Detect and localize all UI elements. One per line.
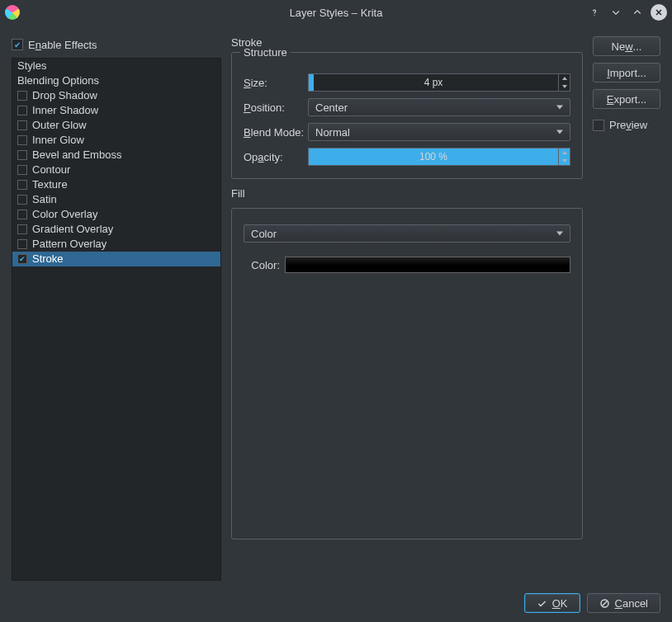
checkbox-icon [17,224,27,234]
checkbox-icon [17,239,27,249]
checkbox-icon [17,195,27,205]
checkbox-icon: ✔ [12,39,23,50]
fill-legend-outer: Fill [231,187,583,200]
opacity-spin[interactable]: 100 % [308,148,570,166]
collapse-up-button[interactable] [629,4,646,21]
export-button[interactable]: Export... [593,89,660,109]
check-icon [537,598,547,609]
size-step-up[interactable] [559,74,570,82]
effect-item[interactable]: Satin [12,192,220,207]
effects-list[interactable]: StylesBlending OptionsDrop ShadowInner S… [12,58,221,581]
effect-item[interactable]: Gradient Overlay [12,222,220,237]
checkbox-icon [17,150,27,160]
effect-item[interactable]: Texture [12,177,220,192]
checkbox-icon [593,120,604,131]
help-button[interactable] [586,4,603,21]
svg-point-0 [594,15,594,16]
checkbox-icon [17,180,27,190]
checkbox-icon [17,106,27,115]
size-label: Size: [244,77,308,89]
checkbox-icon [17,210,27,219]
checkbox-icon [17,91,27,101]
chevron-down-icon [556,106,563,110]
cancel-icon [599,598,610,609]
position-combo[interactable]: Center [308,98,570,116]
window-title: Layer Styles – Krita [0,7,672,19]
cancel-button[interactable]: Cancel [587,593,660,613]
fill-type-combo[interactable]: Color [244,224,570,243]
opacity-step-up[interactable] [559,148,570,157]
effect-item[interactable]: Contour [12,163,220,177]
checkbox-icon [17,120,27,130]
app-icon [5,5,20,20]
effect-header[interactable]: Blending Options [12,73,220,88]
effect-item[interactable]: Drop Shadow [12,88,220,103]
effect-item[interactable]: Inner Glow [12,133,220,148]
collapse-down-button[interactable] [608,4,624,21]
enable-effects-checkbox[interactable]: ✔ Enable Effects [12,36,221,53]
effect-item[interactable]: ✔Stroke [12,252,220,266]
chevron-down-icon [556,232,563,236]
effect-item[interactable]: Bevel and Emboss [12,148,220,163]
checkbox-icon: ✔ [17,254,27,264]
import-button[interactable]: Import... [593,63,660,82]
color-label: Color: [244,259,280,271]
blend-mode-combo[interactable]: Normal [308,123,570,141]
new-button[interactable]: New... [593,36,660,56]
opacity-step-down[interactable] [559,157,570,165]
effect-item[interactable]: Outer Glow [12,118,220,133]
blend-label: Blend Mode: [244,126,308,139]
ok-button[interactable]: OK [524,593,580,613]
titlebar: Layer Styles – Krita [0,0,672,25]
effect-item[interactable]: Color Overlay [12,207,220,222]
opacity-label: Opacity: [244,151,308,163]
structure-legend: Structure [240,46,291,59]
fill-group: Color Color: [231,208,583,540]
color-swatch[interactable] [285,257,570,273]
checkbox-icon [17,135,27,145]
chevron-down-icon [556,130,563,134]
dialog-footer: OK Cancel [0,584,672,622]
effect-header[interactable]: Styles [12,59,220,73]
close-button[interactable] [651,4,667,21]
size-step-down[interactable] [559,82,570,91]
effect-item[interactable]: Pattern Overlay [12,237,220,252]
size-spin[interactable]: 4 px [308,73,570,92]
structure-group: Structure Size: 4 px Position: Center [231,52,583,179]
checkbox-icon [17,165,27,175]
preview-checkbox[interactable]: Preview [593,119,660,131]
position-label: Position: [244,101,308,114]
effect-item[interactable]: Inner Shadow [12,103,220,118]
